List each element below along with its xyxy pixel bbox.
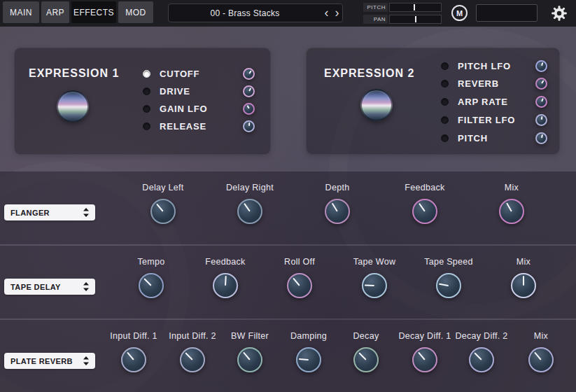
expression2-knob[interactable] <box>360 89 393 121</box>
release-radio[interactable] <box>143 122 150 130</box>
knob-label: Damping <box>279 331 338 341</box>
knob-group: Delay Left <box>134 183 192 224</box>
knob-label: Tape Speed <box>419 257 478 267</box>
plate-reverb-row: PLATE REVERB Input Diff. 1 Input Diff. 2… <box>0 320 576 392</box>
expression1-title: EXPRESSION 1 <box>29 67 119 80</box>
plate-reverb-mix-knob[interactable] <box>528 347 554 372</box>
knob-label: Tape Wow <box>345 257 404 267</box>
knob-group: Mix <box>482 183 541 224</box>
gain-lfo-radio[interactable] <box>143 105 150 113</box>
plate-reverb-input-diff-1-knob[interactable] <box>121 347 146 372</box>
plate-reverb-decay-knob[interactable] <box>353 347 379 372</box>
plate-reverb-selector-label: PLATE REVERB <box>10 357 73 365</box>
tape-delay-row: TAPE DELAY Tempo Feedback Roll Off Tape … <box>0 246 576 318</box>
tab-mod[interactable]: MOD <box>118 1 153 23</box>
drive-option-label: DRIVE <box>160 86 190 97</box>
pitch-lfo-mini-knob[interactable] <box>535 60 547 72</box>
tape-delay-mix-knob[interactable] <box>511 273 536 298</box>
drive-mini-knob[interactable] <box>243 85 255 97</box>
preset-selector[interactable]: 00 - Brass Stacks ‹ › <box>168 4 343 22</box>
pan-label: PAN <box>363 15 388 24</box>
arp-rate-radio[interactable] <box>441 98 449 106</box>
filter-lfo-radio[interactable] <box>441 116 449 124</box>
reverb-radio[interactable] <box>441 80 449 88</box>
plate-reverb-effect-selector[interactable]: PLATE REVERB <box>4 353 95 369</box>
knob-group: Input Diff. 2 <box>163 331 222 372</box>
knob-group: Roll Off <box>270 257 329 298</box>
knob-label: Decay Diff. 1 <box>395 331 454 341</box>
plate-reverb-bw-filter-knob[interactable] <box>237 347 262 372</box>
flanger-delay-right-knob[interactable] <box>237 199 262 224</box>
reverb-option-label: REVERB <box>458 78 499 89</box>
release-option-label: RELEASE <box>160 121 206 132</box>
settings-button[interactable] <box>550 4 568 22</box>
plate-reverb-damping-knob[interactable] <box>296 347 321 372</box>
pitch-radio[interactable] <box>441 134 449 142</box>
pan-slider[interactable] <box>389 15 442 24</box>
knob-group: Decay <box>337 331 395 372</box>
preset-next-button[interactable]: › <box>332 4 342 22</box>
expression1-panel: EXPRESSION 1 CUTOFF DRIVE GAIN LFO RELEA… <box>14 48 271 155</box>
knob-label: Input Diff. 2 <box>163 331 222 341</box>
tab-main[interactable]: MAIN <box>3 1 39 23</box>
filter-lfo-mini-knob[interactable] <box>535 114 547 126</box>
output-display <box>476 4 538 22</box>
reverb-mini-knob[interactable] <box>535 78 547 90</box>
expression1-option-release: RELEASE <box>143 118 255 134</box>
mono-button[interactable]: M <box>451 5 468 21</box>
gear-icon <box>550 4 568 22</box>
expression2-panel: EXPRESSION 2 PITCH LFO REVERB ARP RATE F… <box>306 48 560 155</box>
knob-label: Mix <box>482 183 541 192</box>
gain-lfo-mini-knob[interactable] <box>243 103 255 115</box>
pitch-slider[interactable] <box>389 3 442 12</box>
pitch-mini-knob[interactable] <box>535 132 547 144</box>
knob-label: Decay Diff. 2 <box>452 331 511 341</box>
pan-slider-handle[interactable] <box>415 16 416 22</box>
mono-button-label: M <box>456 9 463 18</box>
plate-reverb-decay-diff-2-knob[interactable] <box>469 347 494 372</box>
tape-delay-tempo-knob[interactable] <box>139 273 164 298</box>
flanger-effect-selector[interactable]: FLANGER <box>4 204 95 220</box>
knob-label: Tempo <box>122 257 181 267</box>
knob-label: Depth <box>308 183 367 192</box>
flanger-feedback-knob[interactable] <box>412 199 437 224</box>
expression2-option-arp-rate: ARP RATE <box>441 94 547 109</box>
knob-group: Decay Diff. 2 <box>452 331 511 372</box>
tape-delay-effect-selector[interactable]: TAPE DELAY <box>4 279 95 295</box>
knob-label: Input Diff. 1 <box>104 331 163 341</box>
plate-reverb-input-diff-2-knob[interactable] <box>180 347 205 372</box>
knob-group: Mix <box>512 331 570 372</box>
release-mini-knob[interactable] <box>243 120 255 132</box>
tape-delay-selector-label: TAPE DELAY <box>10 283 61 291</box>
plate-reverb-decay-diff-1-knob[interactable] <box>412 347 437 372</box>
tape-delay-tape-wow-knob[interactable] <box>362 273 387 298</box>
flanger-depth-knob[interactable] <box>325 199 350 224</box>
cutoff-radio[interactable] <box>143 70 150 78</box>
flanger-delay-left-knob[interactable] <box>150 199 176 224</box>
tab-arp[interactable]: ARP <box>41 1 69 23</box>
drive-radio[interactable] <box>143 88 150 95</box>
tape-delay-tape-speed-knob[interactable] <box>436 273 461 298</box>
knob-group: BW Filter <box>220 331 279 372</box>
knob-group: Mix <box>494 257 553 298</box>
updown-arrows-icon <box>83 356 89 365</box>
tab-effects[interactable]: EFFECTS <box>71 1 116 23</box>
arp-rate-mini-knob[interactable] <box>535 96 547 108</box>
pitch-slider-handle[interactable] <box>414 4 415 10</box>
pitch-label: PITCH <box>363 3 388 12</box>
expression1-knob[interactable] <box>57 90 89 122</box>
updown-arrows-icon <box>83 282 89 291</box>
knob-group: Feedback <box>196 257 255 298</box>
knob-label: Delay Right <box>220 183 279 192</box>
knob-group: Depth <box>308 183 367 224</box>
cutoff-mini-knob[interactable] <box>243 68 255 80</box>
pitch-lfo-radio[interactable] <box>441 62 449 70</box>
knob-label: Mix <box>512 331 570 341</box>
expression1-option-drive: DRIVE <box>143 83 255 99</box>
arp-rate-option-label: ARP RATE <box>458 97 508 107</box>
tape-delay-feedback-knob[interactable] <box>213 273 238 298</box>
preset-prev-button[interactable]: ‹ <box>321 4 332 22</box>
flanger-mix-knob[interactable] <box>499 199 524 224</box>
gain-lfo-option-label: GAIN LFO <box>160 104 208 114</box>
tape-delay-roll-off-knob[interactable] <box>287 273 312 298</box>
